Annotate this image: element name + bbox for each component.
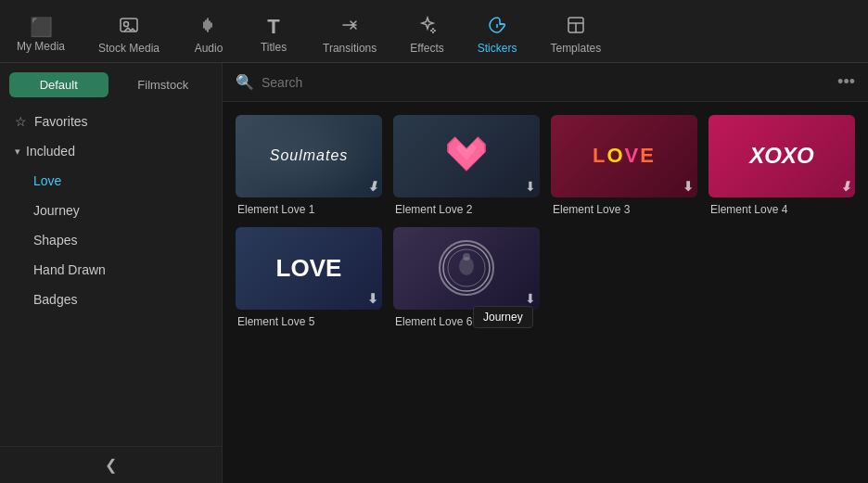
my-media-icon: ⬛ xyxy=(30,18,53,36)
nav-label-stickers: Stickers xyxy=(478,42,517,55)
love-5-text: LOVE xyxy=(276,254,342,283)
tab-filmstock[interactable]: Filmstock xyxy=(114,72,213,97)
download-icon-3: ⬇ xyxy=(683,179,694,194)
tab-default[interactable]: Default xyxy=(9,72,108,97)
label-element-love-5: Element Love 5 xyxy=(236,315,382,328)
sidebar-item-journey[interactable]: Journey xyxy=(0,196,222,225)
thumbnail-element-love-1: Soulmates ⬇ xyxy=(236,115,382,197)
xoxo-text: XOXO xyxy=(749,143,813,169)
nav-item-titles[interactable]: T Titles xyxy=(241,11,306,59)
thumbnail-element-love-2: ⬇ xyxy=(393,115,540,197)
stickers-grid: Soulmates ⬇ Element Love 1 ⬇ Element Lov… xyxy=(223,102,868,483)
nav-label-stock-media: Stock Media xyxy=(98,42,160,55)
thumbnail-element-love-4: XOXO ⬇ xyxy=(708,115,855,197)
audio-icon xyxy=(198,15,219,38)
sidebar-collapse-button[interactable]: ❮ xyxy=(0,446,222,483)
effects-icon xyxy=(417,15,438,38)
label-element-love-3: Element Love 3 xyxy=(551,203,697,216)
templates-icon xyxy=(566,15,586,38)
download-icon: ⬇ xyxy=(367,179,378,194)
sidebar-item-hand-drawn[interactable]: Hand Drawn xyxy=(0,255,222,285)
thumbnail-element-love-6: ⬇ xyxy=(393,227,540,310)
sidebar-section-included[interactable]: ▾ Included xyxy=(0,136,222,166)
nav-item-effects[interactable]: Effects xyxy=(393,9,460,60)
sidebar-item-badges[interactable]: Badges xyxy=(0,285,222,314)
sidebar-item-love[interactable]: Love xyxy=(0,166,222,196)
more-options-icon[interactable]: ••• xyxy=(837,72,855,92)
main-layout: Default Filmstock ☆ Favorites ▾ Included… xyxy=(0,63,868,483)
label-element-love-4: Element Love 4 xyxy=(708,203,855,216)
grid-item-element-love-3[interactable]: LOVE ⬇ Element Love 3 xyxy=(551,115,697,216)
search-input[interactable] xyxy=(262,75,830,90)
content-area: 🔍 ••• Soulmates ⬇ Element Love 1 xyxy=(223,63,868,483)
nav-item-my-media[interactable]: ⬛ My Media xyxy=(0,12,82,58)
download-icon-2: ⬇ xyxy=(525,179,536,194)
nav-label-transitions: Transitions xyxy=(323,42,377,55)
transitions-icon xyxy=(339,15,360,38)
sidebar-item-shapes[interactable]: Shapes xyxy=(0,225,222,255)
stock-media-icon xyxy=(119,15,139,38)
sidebar-list: ☆ Favorites ▾ Included Love Journey Shap… xyxy=(0,97,222,446)
chevron-down-icon: ▾ xyxy=(15,146,20,158)
label-element-love-6: Element Love 6 xyxy=(393,315,540,328)
label-element-love-1: Element Love 1 xyxy=(236,203,382,216)
section-included-label: Included xyxy=(26,144,75,159)
nav-item-stickers[interactable]: Stickers xyxy=(461,9,534,60)
nav-label-templates: Templates xyxy=(550,42,601,55)
svg-point-1 xyxy=(124,22,129,27)
download-icon-5: ⬇ xyxy=(367,291,378,306)
thumbnail-element-love-5: LOVE ⬇ xyxy=(236,227,382,310)
chevron-left-icon: ❮ xyxy=(105,456,117,474)
nav-label-effects: Effects xyxy=(410,42,443,55)
grid-item-element-love-6[interactable]: ⬇ Element Love 6 xyxy=(393,227,540,328)
star-icon: ☆ xyxy=(15,114,27,129)
nav-item-audio[interactable]: Audio xyxy=(176,9,241,60)
nav-item-transitions[interactable]: Transitions xyxy=(306,9,393,60)
soulmates-text: Soulmates xyxy=(270,147,349,164)
download-icon-6: ⬇ xyxy=(525,291,536,306)
favorites-label: Favorites xyxy=(34,114,88,129)
grid-item-element-love-4[interactable]: XOXO ⬇ Element Love 4 xyxy=(708,115,855,216)
thumbnail-element-love-3: LOVE ⬇ xyxy=(551,115,697,197)
search-bar: 🔍 ••• xyxy=(223,63,868,102)
grid-item-element-love-2[interactable]: ⬇ Element Love 2 xyxy=(393,115,540,216)
nav-label-my-media: My Media xyxy=(17,40,65,53)
search-icon: 🔍 xyxy=(236,73,254,91)
grid-item-element-love-5[interactable]: LOVE ⬇ Element Love 5 xyxy=(236,227,382,328)
sidebar-tabs: Default Filmstock xyxy=(0,63,222,97)
nav-item-stock-media[interactable]: Stock Media xyxy=(82,9,176,60)
valentines-badge xyxy=(439,240,494,296)
sidebar-item-favorites[interactable]: ☆ Favorites xyxy=(0,107,222,136)
download-icon-4: ⬇ xyxy=(840,179,851,194)
label-element-love-2: Element Love 2 xyxy=(393,203,540,216)
nav-label-audio: Audio xyxy=(195,42,223,55)
sidebar: Default Filmstock ☆ Favorites ▾ Included… xyxy=(0,63,223,483)
svg-point-11 xyxy=(463,253,470,261)
titles-icon: T xyxy=(267,17,279,37)
nav-item-templates[interactable]: Templates xyxy=(533,9,618,60)
heart-svg xyxy=(443,133,490,179)
love-3d-text: LOVE xyxy=(593,144,656,168)
grid-item-element-love-1[interactable]: Soulmates ⬇ Element Love 1 xyxy=(236,115,382,216)
top-navigation: ⬛ My Media Stock Media Audio T Titles xyxy=(0,0,868,63)
nav-label-titles: Titles xyxy=(261,41,287,54)
stickers-icon xyxy=(487,15,507,38)
